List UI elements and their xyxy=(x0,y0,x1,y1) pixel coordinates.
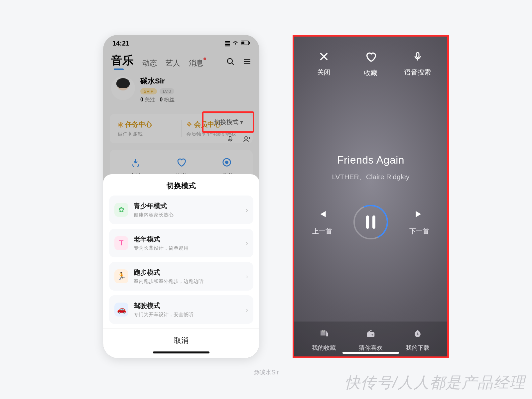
sheet-title: 切换模式 xyxy=(103,181,259,191)
phone-player-screen: 关闭 收藏 语音搜索 Friends Again LVTHER、Claire R… xyxy=(293,35,449,358)
svg-rect-8 xyxy=(416,53,419,58)
chevron-right-icon: › xyxy=(246,306,248,314)
svg-rect-11 xyxy=(367,332,375,337)
download-heart-icon xyxy=(406,329,430,341)
heart-list-icon xyxy=(312,329,336,341)
svg-point-12 xyxy=(371,334,373,335)
mode-sheet: 切换模式 ✿ 青少年模式健康内容家长放心 › T 老年模式专为长辈设计，简单易用… xyxy=(103,174,259,358)
chevron-right-icon: › xyxy=(246,206,248,214)
phone-profile-screen: 14:21 ䷀ 音乐 动态 艺人 消息 xyxy=(103,35,259,358)
next-icon xyxy=(409,209,429,222)
mode-switch-trigger[interactable]: 切换模式 ▾ xyxy=(205,115,252,129)
cancel-button[interactable]: 取消 xyxy=(103,329,259,348)
credit-text: @碳水Sir xyxy=(253,368,279,376)
guess-you-like[interactable]: 猜你喜欢 xyxy=(359,329,383,352)
my-downloads[interactable]: 我的下载 xyxy=(406,329,430,352)
svg-rect-10 xyxy=(327,332,328,336)
track-artist: LVTHER、Claire Ridgley xyxy=(294,172,447,182)
mode-teen[interactable]: ✿ 青少年模式健康内容家长放心 › xyxy=(109,196,253,224)
close-icon xyxy=(306,51,342,65)
now-playing: Friends Again LVTHER、Claire Ridgley xyxy=(294,154,447,182)
play-pause-button[interactable] xyxy=(353,205,388,239)
text-icon: T xyxy=(114,236,128,250)
chevron-right-icon: › xyxy=(246,273,248,280)
pause-icon xyxy=(366,215,375,229)
watermark: 快传号/人人都是产品经理 xyxy=(345,372,525,393)
chevron-right-icon: › xyxy=(246,239,248,247)
mode-drive[interactable]: 🚗 驾驶模式专门为开车设计，安全畅听 › xyxy=(109,295,253,324)
heart-icon xyxy=(352,51,389,65)
runner-icon: 🏃 xyxy=(114,269,128,283)
track-title: Friends Again xyxy=(294,154,447,166)
my-favorites[interactable]: 我的收藏 xyxy=(312,329,336,352)
home-indicator xyxy=(342,352,399,354)
mode-run[interactable]: 🏃 跑步模式室内跑步和室外跑步，边跑边听 › xyxy=(109,262,253,291)
home-indicator xyxy=(153,351,209,353)
player-bottom-bar: 我的收藏 猜你喜欢 我的下载 xyxy=(294,322,447,356)
voice-search-button[interactable]: 语音搜索 xyxy=(399,51,436,77)
prev-icon xyxy=(312,209,332,222)
car-icon: 🚗 xyxy=(114,303,128,317)
mode-elder[interactable]: T 老年模式专为长辈设计，简单易用 › xyxy=(109,229,253,257)
mic-icon xyxy=(399,51,436,65)
next-button[interactable]: 下一首 xyxy=(409,209,429,236)
close-button[interactable]: 关闭 xyxy=(306,51,342,77)
svg-rect-9 xyxy=(326,332,327,336)
favorite-button[interactable]: 收藏 xyxy=(352,51,389,77)
radio-icon xyxy=(359,329,383,341)
prev-button[interactable]: 上一首 xyxy=(312,209,332,236)
leaf-icon: ✿ xyxy=(114,203,128,217)
